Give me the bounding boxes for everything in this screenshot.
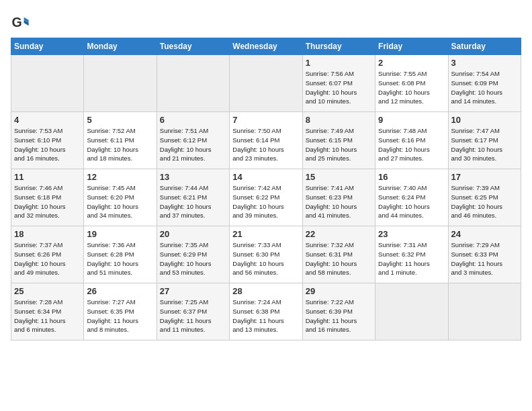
calendar-cell: 23Sunrise: 7:31 AM Sunset: 6:32 PM Dayli… bbox=[375, 226, 448, 283]
svg-text:G: G bbox=[11, 15, 21, 30]
day-number: 3 bbox=[451, 58, 518, 68]
day-info: Sunrise: 7:51 AM Sunset: 6:12 PM Dayligh… bbox=[160, 126, 226, 163]
day-number: 19 bbox=[87, 229, 153, 239]
calendar-cell: 6Sunrise: 7:51 AM Sunset: 6:12 PM Daylig… bbox=[157, 112, 229, 169]
calendar-cell bbox=[157, 55, 229, 112]
day-info: Sunrise: 7:48 AM Sunset: 6:16 PM Dayligh… bbox=[378, 126, 445, 163]
day-info: Sunrise: 7:45 AM Sunset: 6:20 PM Dayligh… bbox=[87, 183, 153, 220]
calendar-cell bbox=[448, 283, 521, 340]
calendar-week-row: 25Sunrise: 7:28 AM Sunset: 6:34 PM Dayli… bbox=[11, 283, 521, 340]
calendar-cell: 9Sunrise: 7:48 AM Sunset: 6:16 PM Daylig… bbox=[375, 112, 448, 169]
calendar-week-row: 18Sunrise: 7:37 AM Sunset: 6:26 PM Dayli… bbox=[11, 226, 521, 283]
day-number: 23 bbox=[378, 229, 445, 239]
day-number: 11 bbox=[14, 172, 81, 182]
day-info: Sunrise: 7:27 AM Sunset: 6:35 PM Dayligh… bbox=[87, 298, 153, 334]
day-number: 20 bbox=[160, 229, 226, 239]
calendar-cell: 5Sunrise: 7:52 AM Sunset: 6:11 PM Daylig… bbox=[84, 112, 157, 169]
calendar-cell: 11Sunrise: 7:46 AM Sunset: 6:18 PM Dayli… bbox=[11, 169, 84, 226]
day-number: 12 bbox=[87, 172, 153, 182]
calendar-page: G SundayMondayTuesdayWednesdayThursdayFr… bbox=[0, 0, 532, 351]
day-info: Sunrise: 7:32 AM Sunset: 6:31 PM Dayligh… bbox=[306, 240, 372, 277]
calendar-cell: 13Sunrise: 7:44 AM Sunset: 6:21 PM Dayli… bbox=[157, 169, 229, 226]
day-info: Sunrise: 7:25 AM Sunset: 6:37 PM Dayligh… bbox=[160, 298, 226, 334]
logo-icon: G bbox=[11, 13, 30, 32]
day-header-wednesday: Wednesday bbox=[230, 38, 302, 55]
day-header-thursday: Thursday bbox=[302, 38, 375, 55]
calendar-cell: 18Sunrise: 7:37 AM Sunset: 6:26 PM Dayli… bbox=[11, 226, 84, 283]
calendar-cell: 14Sunrise: 7:42 AM Sunset: 6:22 PM Dayli… bbox=[230, 169, 302, 226]
calendar-cell: 2Sunrise: 7:55 AM Sunset: 6:08 PM Daylig… bbox=[375, 55, 448, 112]
calendar-cell: 22Sunrise: 7:32 AM Sunset: 6:31 PM Dayli… bbox=[302, 226, 375, 283]
day-info: Sunrise: 7:50 AM Sunset: 6:14 PM Dayligh… bbox=[232, 126, 299, 163]
day-info: Sunrise: 7:28 AM Sunset: 6:34 PM Dayligh… bbox=[14, 298, 81, 334]
day-number: 1 bbox=[306, 58, 372, 68]
calendar-cell bbox=[11, 55, 84, 112]
day-info: Sunrise: 7:33 AM Sunset: 6:30 PM Dayligh… bbox=[232, 240, 299, 277]
logo: G bbox=[11, 13, 31, 32]
day-info: Sunrise: 7:39 AM Sunset: 6:25 PM Dayligh… bbox=[451, 183, 518, 220]
day-header-tuesday: Tuesday bbox=[157, 38, 229, 55]
day-info: Sunrise: 7:40 AM Sunset: 6:24 PM Dayligh… bbox=[378, 183, 445, 220]
day-number: 21 bbox=[232, 229, 299, 239]
calendar-cell bbox=[375, 283, 448, 340]
day-number: 24 bbox=[451, 229, 518, 239]
day-info: Sunrise: 7:46 AM Sunset: 6:18 PM Dayligh… bbox=[14, 183, 81, 220]
day-number: 25 bbox=[14, 286, 81, 296]
calendar-cell: 3Sunrise: 7:54 AM Sunset: 6:09 PM Daylig… bbox=[448, 55, 521, 112]
calendar-cell: 27Sunrise: 7:25 AM Sunset: 6:37 PM Dayli… bbox=[157, 283, 229, 340]
calendar-cell: 4Sunrise: 7:53 AM Sunset: 6:10 PM Daylig… bbox=[11, 112, 84, 169]
day-number: 10 bbox=[451, 115, 518, 125]
day-number: 4 bbox=[14, 115, 81, 125]
day-number: 29 bbox=[306, 286, 372, 296]
calendar-cell bbox=[230, 55, 302, 112]
calendar-cell: 17Sunrise: 7:39 AM Sunset: 6:25 PM Dayli… bbox=[448, 169, 521, 226]
day-header-sunday: Sunday bbox=[11, 38, 84, 55]
calendar-week-row: 11Sunrise: 7:46 AM Sunset: 6:18 PM Dayli… bbox=[11, 169, 521, 226]
calendar-cell: 12Sunrise: 7:45 AM Sunset: 6:20 PM Dayli… bbox=[84, 169, 157, 226]
calendar-cell: 25Sunrise: 7:28 AM Sunset: 6:34 PM Dayli… bbox=[11, 283, 84, 340]
day-number: 17 bbox=[451, 172, 518, 182]
day-number: 28 bbox=[232, 286, 299, 296]
calendar-cell: 28Sunrise: 7:24 AM Sunset: 6:38 PM Dayli… bbox=[230, 283, 302, 340]
day-info: Sunrise: 7:36 AM Sunset: 6:28 PM Dayligh… bbox=[87, 240, 153, 277]
day-info: Sunrise: 7:41 AM Sunset: 6:23 PM Dayligh… bbox=[306, 183, 372, 220]
calendar-cell: 8Sunrise: 7:49 AM Sunset: 6:15 PM Daylig… bbox=[302, 112, 375, 169]
day-number: 22 bbox=[306, 229, 372, 239]
day-number: 2 bbox=[378, 58, 445, 68]
day-number: 9 bbox=[378, 115, 445, 125]
calendar-cell: 20Sunrise: 7:35 AM Sunset: 6:29 PM Dayli… bbox=[157, 226, 229, 283]
calendar-cell: 19Sunrise: 7:36 AM Sunset: 6:28 PM Dayli… bbox=[84, 226, 157, 283]
day-info: Sunrise: 7:52 AM Sunset: 6:11 PM Dayligh… bbox=[87, 126, 153, 163]
day-info: Sunrise: 7:53 AM Sunset: 6:10 PM Dayligh… bbox=[14, 126, 81, 163]
day-info: Sunrise: 7:35 AM Sunset: 6:29 PM Dayligh… bbox=[160, 240, 226, 277]
calendar-cell: 15Sunrise: 7:41 AM Sunset: 6:23 PM Dayli… bbox=[302, 169, 375, 226]
calendar-week-row: 1Sunrise: 7:56 AM Sunset: 6:07 PM Daylig… bbox=[11, 55, 521, 112]
day-info: Sunrise: 7:42 AM Sunset: 6:22 PM Dayligh… bbox=[232, 183, 299, 220]
calendar-cell: 26Sunrise: 7:27 AM Sunset: 6:35 PM Dayli… bbox=[84, 283, 157, 340]
day-number: 16 bbox=[378, 172, 445, 182]
calendar-table: SundayMondayTuesdayWednesdayThursdayFrid… bbox=[11, 38, 521, 340]
day-info: Sunrise: 7:47 AM Sunset: 6:17 PM Dayligh… bbox=[451, 126, 518, 163]
calendar-cell: 10Sunrise: 7:47 AM Sunset: 6:17 PM Dayli… bbox=[448, 112, 521, 169]
day-info: Sunrise: 7:37 AM Sunset: 6:26 PM Dayligh… bbox=[14, 240, 81, 277]
day-header-friday: Friday bbox=[375, 38, 448, 55]
day-info: Sunrise: 7:29 AM Sunset: 6:33 PM Dayligh… bbox=[451, 240, 518, 277]
day-info: Sunrise: 7:56 AM Sunset: 6:07 PM Dayligh… bbox=[306, 69, 372, 106]
day-number: 6 bbox=[160, 115, 226, 125]
calendar-cell: 29Sunrise: 7:22 AM Sunset: 6:39 PM Dayli… bbox=[302, 283, 375, 340]
day-number: 27 bbox=[160, 286, 226, 296]
day-number: 18 bbox=[14, 229, 81, 239]
day-number: 15 bbox=[306, 172, 372, 182]
calendar-week-row: 4Sunrise: 7:53 AM Sunset: 6:10 PM Daylig… bbox=[11, 112, 521, 169]
day-info: Sunrise: 7:55 AM Sunset: 6:08 PM Dayligh… bbox=[378, 69, 445, 106]
day-number: 14 bbox=[232, 172, 299, 182]
day-number: 5 bbox=[87, 115, 153, 125]
calendar-cell: 21Sunrise: 7:33 AM Sunset: 6:30 PM Dayli… bbox=[230, 226, 302, 283]
day-number: 13 bbox=[160, 172, 226, 182]
calendar-header: G bbox=[11, 11, 521, 32]
calendar-header-row: SundayMondayTuesdayWednesdayThursdayFrid… bbox=[11, 38, 521, 55]
day-number: 8 bbox=[306, 115, 372, 125]
day-info: Sunrise: 7:24 AM Sunset: 6:38 PM Dayligh… bbox=[232, 298, 299, 334]
day-number: 7 bbox=[232, 115, 299, 125]
day-header-monday: Monday bbox=[84, 38, 157, 55]
